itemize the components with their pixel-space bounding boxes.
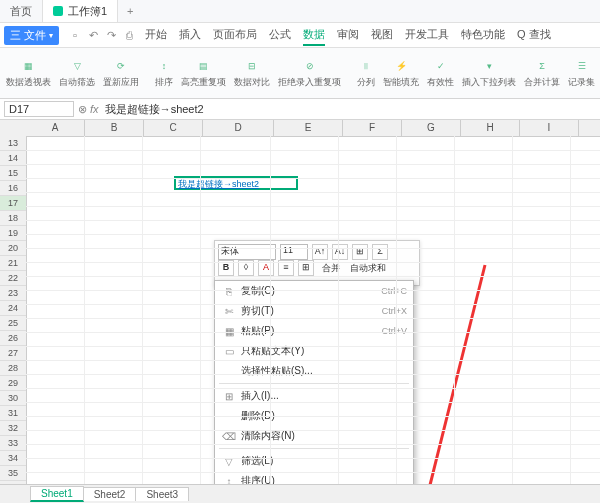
ctx-item-8[interactable]: ⌫清除内容(N) xyxy=(215,426,413,446)
row-header-33[interactable]: 33 xyxy=(0,436,26,451)
mini-font-select[interactable]: 宋体 xyxy=(218,244,276,260)
row-header-19[interactable]: 19 xyxy=(0,226,26,241)
col-header-C[interactable]: C xyxy=(144,120,203,136)
col-header-H[interactable]: H xyxy=(461,120,520,136)
row-header-13[interactable]: 13 xyxy=(0,136,26,151)
reject-icon: ⊘ xyxy=(301,57,319,75)
ctx-item-4[interactable]: 选择性粘贴(S)... xyxy=(215,361,413,381)
row-header-28[interactable]: 28 xyxy=(0,361,26,376)
new-tab-button[interactable] xyxy=(118,5,142,17)
row-header-25[interactable]: 25 xyxy=(0,316,26,331)
row-header-20[interactable]: 20 xyxy=(0,241,26,256)
row-header-14[interactable]: 14 xyxy=(0,151,26,166)
ribbon-validation[interactable]: ⊟数据对比 xyxy=(234,57,270,89)
name-box[interactable]: D17 xyxy=(4,101,74,117)
row-header-23[interactable]: 23 xyxy=(0,286,26,301)
row-header-18[interactable]: 18 xyxy=(0,211,26,226)
menu-tab-2[interactable]: 页面布局 xyxy=(213,25,257,46)
ribbon-reapply[interactable]: ⟳置新应用 xyxy=(103,57,139,89)
qat-print-icon[interactable]: ⎙ xyxy=(123,29,135,42)
highlight-icon: ▤ xyxy=(195,57,213,75)
menu-tab-4[interactable]: 数据 xyxy=(303,25,325,46)
formula-value[interactable]: 我是超链接→sheet2 xyxy=(105,102,204,117)
ribbon-flashfill[interactable]: ⚡智能填充 xyxy=(383,57,419,89)
select-all-corner[interactable] xyxy=(0,120,27,137)
col-header-A[interactable]: A xyxy=(26,120,85,136)
ribbon-consolidate[interactable]: Σ合并计算 xyxy=(524,57,560,89)
col-header-G[interactable]: G xyxy=(402,120,461,136)
menu-tab-3[interactable]: 公式 xyxy=(269,25,291,46)
menu-tab-7[interactable]: 开发工具 xyxy=(405,25,449,46)
row-header-16[interactable]: 16 xyxy=(0,181,26,196)
mini-size-select[interactable]: 11 xyxy=(280,244,308,260)
menu-tab-6[interactable]: 视图 xyxy=(371,25,393,46)
context-menu: ⎘复制(C)Ctrl+C✄剪切(T)Ctrl+X▦粘贴(P)Ctrl+V▭只粘贴… xyxy=(214,280,414,494)
record-icon: ☰ xyxy=(573,57,591,75)
qat-redo-icon[interactable]: ↷ xyxy=(105,29,117,42)
mini-autosum-label[interactable]: 自动求和 xyxy=(350,262,386,275)
ribbon-reject[interactable]: ⊘拒绝录入重复项 xyxy=(278,57,341,89)
ribbon-dropdown[interactable]: ▾插入下拉列表 xyxy=(462,57,516,89)
ribbon-recmgr[interactable]: ☰记录集 xyxy=(568,57,595,89)
menu-tab-0[interactable]: 开始 xyxy=(145,25,167,46)
ctx-item-6[interactable]: ⊞插入(I)... xyxy=(215,386,413,406)
col-header-D[interactable]: D xyxy=(203,120,274,136)
sort-icon: ↕ xyxy=(155,57,173,75)
ribbon-highlight[interactable]: ▤高亮重复项 xyxy=(181,57,226,89)
ctx-label: 复制(C) xyxy=(241,284,381,298)
sheet-tab-Sheet2[interactable]: Sheet2 xyxy=(83,487,137,501)
compare-icon: ⊟ xyxy=(243,57,261,75)
ctx-item-0[interactable]: ⎘复制(C)Ctrl+C xyxy=(215,281,413,301)
ribbon-autofilter[interactable]: ▽自动筛选 xyxy=(59,57,95,89)
row-header-32[interactable]: 32 xyxy=(0,421,26,436)
row-header-21[interactable]: 21 xyxy=(0,256,26,271)
row-header-29[interactable]: 29 xyxy=(0,376,26,391)
qat-save-icon[interactable]: ▫ xyxy=(69,29,81,42)
row-header-27[interactable]: 27 xyxy=(0,346,26,361)
ribbon-validity[interactable]: ✓有效性 xyxy=(427,57,454,89)
ctx-label: 粘贴(P) xyxy=(241,324,382,338)
ribbon-textcol[interactable]: ⫴分列 xyxy=(357,57,375,89)
consolidate-icon: Σ xyxy=(533,57,551,75)
row-header-35[interactable]: 35 xyxy=(0,466,26,481)
row-header-15[interactable]: 15 xyxy=(0,166,26,181)
ribbon-pivot[interactable]: ▦数据透视表 xyxy=(6,57,51,89)
row-header-31[interactable]: 31 xyxy=(0,406,26,421)
row-header-26[interactable]: 26 xyxy=(0,331,26,346)
mini-merge[interactable]: ⊞ xyxy=(352,244,368,260)
ctx-label: 剪切(T) xyxy=(241,304,382,318)
ctx-label: 筛选(L) xyxy=(241,454,407,468)
tab-workbook[interactable]: 工作簿1 xyxy=(43,0,118,22)
spreadsheet-grid[interactable]: ABCDEFGHI 131415161718192021222324252627… xyxy=(0,120,600,494)
file-menu-button[interactable]: 三 文件 xyxy=(4,26,59,45)
ribbon-sort[interactable]: ↕排序 xyxy=(155,57,173,89)
sheet-tab-Sheet3[interactable]: Sheet3 xyxy=(135,487,189,501)
menu-tab-9[interactable]: Q 查找 xyxy=(517,25,551,46)
menu-tab-8[interactable]: 特色功能 xyxy=(461,25,505,46)
col-header-E[interactable]: E xyxy=(274,120,343,136)
ctx-item-2[interactable]: ▦粘贴(P)Ctrl+V xyxy=(215,321,413,341)
ctx-label: 清除内容(N) xyxy=(241,429,407,443)
ctx-item-10[interactable]: ▽筛选(L) xyxy=(215,451,413,471)
menu-tab-1[interactable]: 插入 xyxy=(179,25,201,46)
qat-undo-icon[interactable]: ↶ xyxy=(87,29,99,42)
sheet-tab-Sheet1[interactable]: Sheet1 xyxy=(30,486,84,502)
ctx-item-3[interactable]: ▭只粘贴文本(Y) xyxy=(215,341,413,361)
col-header-B[interactable]: B xyxy=(85,120,144,136)
row-header-17[interactable]: 17 xyxy=(0,196,26,211)
quick-access-toolbar: ▫ ↶ ↷ ⎙ xyxy=(69,29,135,42)
mini-size-dn[interactable]: A↓ xyxy=(332,244,348,260)
row-header-24[interactable]: 24 xyxy=(0,301,26,316)
tab-home[interactable]: 首页 xyxy=(0,0,43,22)
fx-icon[interactable]: ⊗ fx xyxy=(78,103,99,116)
row-header-22[interactable]: 22 xyxy=(0,271,26,286)
mini-autosum[interactable]: Σ xyxy=(372,244,388,260)
row-header-34[interactable]: 34 xyxy=(0,451,26,466)
wps-icon xyxy=(53,6,63,16)
mini-size-up[interactable]: A↑ xyxy=(312,244,328,260)
menu-tab-5[interactable]: 审阅 xyxy=(337,25,359,46)
title-bar: 首页 工作簿1 xyxy=(0,0,600,23)
row-header-30[interactable]: 30 xyxy=(0,391,26,406)
col-header-F[interactable]: F xyxy=(343,120,402,136)
col-header-I[interactable]: I xyxy=(520,120,579,136)
